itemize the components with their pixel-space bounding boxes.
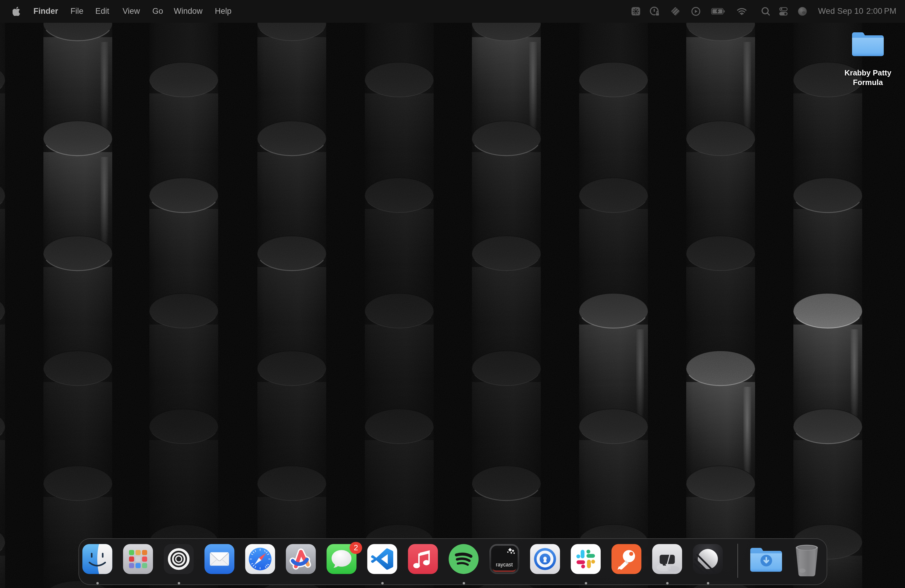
svg-text:raycast: raycast (496, 562, 513, 567)
